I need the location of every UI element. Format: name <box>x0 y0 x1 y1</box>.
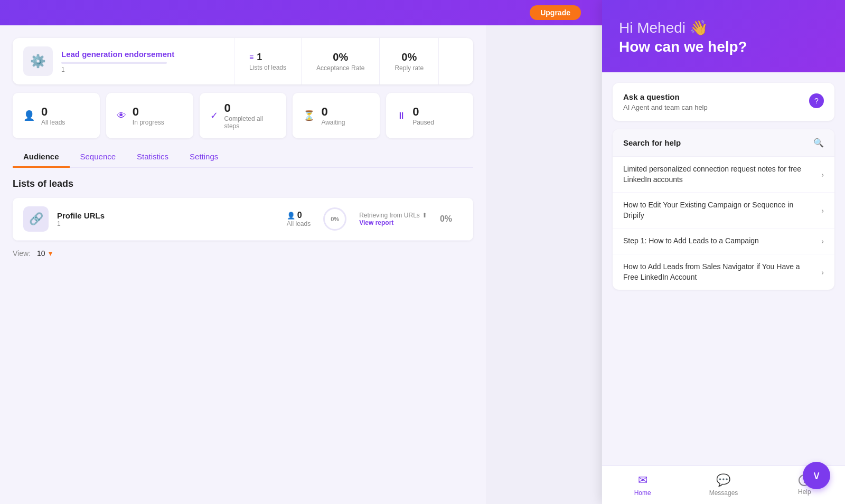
all-leads-count: 0 <box>297 211 302 220</box>
help-link[interactable]: How to Add Leads from Sales Navigator if… <box>613 254 834 290</box>
all-leads-label: All leads <box>287 220 311 227</box>
metric-card: ✓ 0 Completed all steps <box>200 93 287 138</box>
search-title: Search for help <box>623 138 681 147</box>
ask-icon: ? <box>809 93 824 108</box>
tab-settings[interactable]: Settings <box>179 147 229 168</box>
metric-card: ⏳ 0 Awaiting <box>293 93 380 138</box>
footer-label: Home <box>634 489 651 497</box>
metric-info: 0 Paused <box>412 105 434 126</box>
metric-icon: ⏳ <box>303 110 315 121</box>
view-label: View: <box>13 249 31 258</box>
metric-name: Completed all steps <box>224 115 276 130</box>
help-link[interactable]: Limited personalized connection request … <box>613 157 834 193</box>
metric-icon: ✓ <box>210 110 218 121</box>
chevron-down-icon: ∨ <box>812 469 821 482</box>
chevron-right-icon: › <box>821 268 824 277</box>
lead-list-sub: 1 <box>57 220 287 227</box>
campaign-left: ⚙️ Lead generation endorsement 1 <box>13 38 234 84</box>
tab-statistics[interactable]: Statistics <box>126 147 179 168</box>
reply-rate-value: 0% <box>401 51 417 63</box>
profile-urls-icon: 🔗 <box>23 206 49 232</box>
float-button[interactable]: ∨ <box>803 462 830 489</box>
metric-count: 0 <box>133 105 164 119</box>
footer-btn-messages[interactable]: 💬Messages <box>683 466 764 504</box>
section-title: Lists of leads <box>13 178 473 189</box>
help-links-container: Limited personalized connection request … <box>613 157 834 290</box>
lead-list-info: Profile URLs 1 <box>57 211 287 227</box>
footer-label: Messages <box>709 489 738 497</box>
metric-info: 0 All leads <box>41 105 65 126</box>
campaign-title: Lead generation endorsement <box>61 50 174 59</box>
tab-audience[interactable]: Audience <box>13 147 70 168</box>
help-panel: Hi Mehedi 👋 How can we help? Ask a quest… <box>602 0 845 504</box>
lead-list-row: 🔗 Profile URLs 1 👤 0 All leads 0% Retrie… <box>13 198 473 241</box>
lead-list-card: 🔗 Profile URLs 1 👤 0 All leads 0% Retrie… <box>13 198 473 241</box>
metric-count: 0 <box>224 101 276 115</box>
ask-subtitle: AI Agent and team can help <box>623 103 708 111</box>
metric-icon: 👁 <box>117 110 126 121</box>
search-section: Search for help 🔍 Limited personalized c… <box>613 129 834 290</box>
metric-name: In progress <box>133 119 164 126</box>
view-select[interactable]: 10 ▾ <box>37 249 52 258</box>
help-link-text: How to Edit Your Existing Campaign or Se… <box>623 200 821 221</box>
tabs-row: AudienceSequenceStatisticsSettings <box>13 147 473 168</box>
footer-label: Help <box>798 488 811 496</box>
lead-list-stats: 👤 0 All leads 0% Retrieving from URLs ⬆ … <box>287 207 452 231</box>
help-link-text: How to Add Leads from Sales Navigator if… <box>623 262 821 282</box>
metric-count: 0 <box>412 105 434 119</box>
metric-icon: 👤 <box>23 110 35 121</box>
metric-info: 0 In progress <box>133 105 164 126</box>
search-icon[interactable]: 🔍 <box>813 138 824 148</box>
metric-card: 👁 0 In progress <box>106 93 193 138</box>
retrieving-label: Retrieving from URLs ⬆ <box>359 212 427 219</box>
all-leads-icon: 👤 <box>287 212 295 220</box>
lists-stat: ≡ 1 Lists of leads <box>234 38 302 84</box>
chevron-right-icon: › <box>821 206 824 215</box>
view-row: View: 10 ▾ <box>13 249 473 258</box>
acceptance-rate-label: Acceptance Rate <box>316 64 364 72</box>
lists-label: Lists of leads <box>249 64 286 71</box>
acceptance-rate-stat: 0% Acceptance Rate <box>302 38 380 84</box>
metric-card: ⏸ 0 Paused <box>386 93 473 138</box>
upload-icon: ⬆ <box>422 212 427 219</box>
all-leads-stat: 👤 0 All leads <box>287 211 311 227</box>
metric-name: Paused <box>412 119 434 126</box>
upgrade-button[interactable]: Upgrade <box>530 5 581 20</box>
chevron-down-icon: ▾ <box>49 249 52 258</box>
footer-btn-home[interactable]: ✉Home <box>602 466 683 504</box>
ask-title: Ask a question <box>623 92 708 101</box>
help-link[interactable]: Step 1: How to Add Leads to a Campaign › <box>613 229 834 254</box>
messages-icon: 💬 <box>716 473 730 487</box>
reply-rate-stat: 0% Reply rate <box>380 38 439 84</box>
metric-count: 0 <box>321 105 345 119</box>
lists-top: ≡ 1 <box>249 52 262 63</box>
search-header: Search for help 🔍 <box>613 129 834 157</box>
chevron-right-icon: › <box>821 170 824 179</box>
lists-count: 1 <box>257 52 262 63</box>
metric-info: 0 Completed all steps <box>224 101 276 130</box>
retrieving-text: Retrieving from URLs ⬆ View report <box>359 212 427 226</box>
lists-icon: ≡ <box>249 53 253 61</box>
campaign-number: 1 <box>61 66 174 73</box>
ask-card-content: Ask a question AI Agent and team can hel… <box>623 92 708 111</box>
metric-count: 0 <box>41 105 65 119</box>
metric-icon: ⏸ <box>397 110 406 121</box>
help-body: Ask a question AI Agent and team can hel… <box>602 72 845 465</box>
campaign-icon: ⚙️ <box>23 46 53 76</box>
metric-card: 👤 0 All leads <box>13 93 100 138</box>
view-report-link[interactable]: View report <box>359 219 393 226</box>
help-header: Hi Mehedi 👋 How can we help? <box>602 0 845 72</box>
chevron-right-icon: › <box>821 237 824 245</box>
tab-sequence[interactable]: Sequence <box>70 147 127 168</box>
metric-info: 0 Awaiting <box>321 105 345 126</box>
acc-rate: 0% <box>440 214 452 224</box>
campaign-info: Lead generation endorsement 1 <box>61 50 174 73</box>
ask-card[interactable]: Ask a question AI Agent and team can hel… <box>613 83 834 121</box>
help-link[interactable]: How to Edit Your Existing Campaign or Se… <box>613 193 834 229</box>
help-greeting: Hi Mehedi 👋 <box>619 19 828 36</box>
help-how: How can we help? <box>619 39 828 55</box>
campaign-card: ⚙️ Lead generation endorsement 1 ≡ 1 Lis… <box>13 38 473 84</box>
lead-list-name: Profile URLs <box>57 211 287 220</box>
reply-rate-label: Reply rate <box>395 64 424 72</box>
home-icon: ✉ <box>638 473 647 487</box>
